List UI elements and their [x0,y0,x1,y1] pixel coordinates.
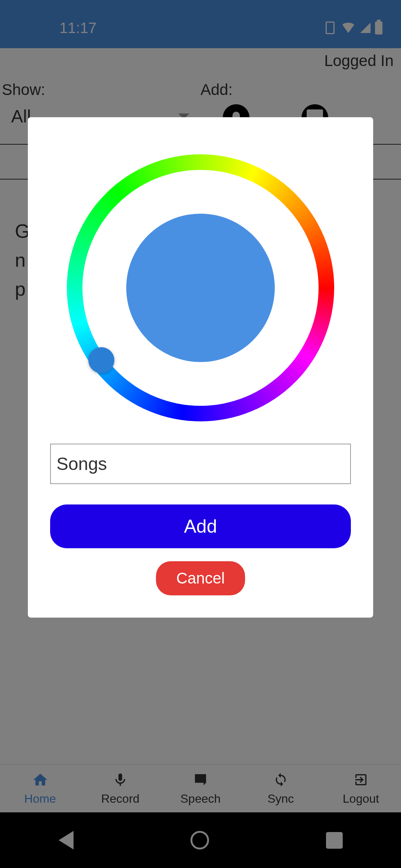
modal-cancel-button[interactable]: Cancel [156,561,245,595]
color-ring-inner [82,170,319,406]
color-preview [126,214,275,362]
modal-overlay[interactable]: Add Cancel [0,0,401,868]
color-wheel-container [50,154,351,421]
add-tag-modal: Add Cancel [28,117,373,618]
tag-name-input[interactable] [50,444,351,484]
color-handle[interactable] [88,347,114,373]
modal-add-button[interactable]: Add [50,504,351,548]
color-wheel[interactable] [67,154,334,421]
color-ring[interactable] [67,154,334,421]
